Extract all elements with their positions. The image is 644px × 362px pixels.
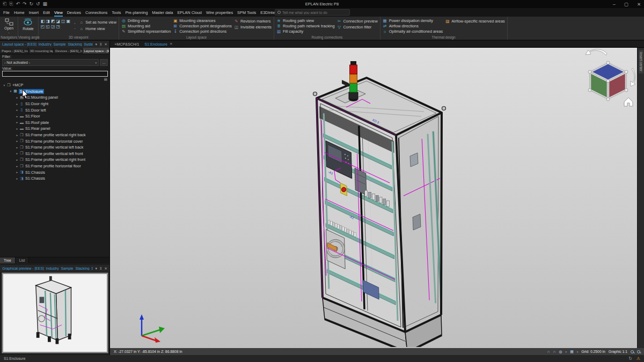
tree-item-door-left[interactable]: ▸ ▯ S1:Door left [0, 107, 109, 113]
panel-dropdown-icon[interactable]: ▾ [95, 267, 97, 271]
caret-expanded-icon[interactable]: ▾ [2, 84, 6, 87]
tab-pages[interactable]: Pages - [EES]_Ind... [0, 48, 28, 54]
3d-viewport[interactable]: XD 3 -A1 -X1 [110, 48, 644, 348]
rotate-button[interactable]: Rotate [20, 18, 36, 34]
value-input[interactable] [2, 71, 108, 77]
scroll-up-icon[interactable]: ⌃ [74, 23, 76, 26]
panel-pin-icon[interactable]: ⊼ [99, 267, 102, 271]
caret-collapsed-icon[interactable]: ▸ [15, 177, 19, 180]
filter-browse-button[interactable]: ... [100, 59, 108, 66]
insert-center-tab[interactable]: Insert center [639, 50, 643, 73]
caret-expanded-icon[interactable]: ▾ [9, 90, 13, 93]
snap-icon[interactable]: ∩ [547, 350, 550, 353]
tree-item-chassis[interactable]: ▸ ◨ S1:Chassis [0, 175, 109, 182]
panel-close-icon[interactable]: ✕ [104, 267, 107, 271]
caret-collapsed-icon[interactable]: ▸ [15, 108, 19, 112]
caret-collapsed-icon[interactable]: ▸ [15, 121, 19, 124]
tree-item-floor[interactable]: ▸ ▬ S1:Floor [0, 113, 109, 120]
search-input[interactable] [282, 11, 347, 14]
tree-toolbar-icon[interactable]: ▤ [104, 77, 107, 82]
menu-pre-planning[interactable]: Pre-planning [123, 8, 150, 17]
tree-item-mounting-panel[interactable]: ▸ ▤ S1:Mounting panel [0, 94, 109, 101]
revision-markers-button[interactable]: ✎ Revision markers [234, 18, 272, 24]
caret-collapsed-icon[interactable]: ▸ [15, 152, 19, 155]
viewpoint-icon-8[interactable]: ◱ [46, 24, 50, 29]
graphical-preview-header[interactable]: Graphical preview - [EES]_Industry_Sampl… [0, 265, 109, 272]
caret-collapsed-icon[interactable]: ▸ [15, 102, 19, 106]
viewpoint-icon-5[interactable]: ◫ [61, 19, 65, 24]
viewpoint-icon-2[interactable]: ◨ [46, 19, 50, 24]
object-snap-icon[interactable]: ∩ [553, 350, 555, 353]
viewpoint-icon-9[interactable]: ◲ [51, 24, 55, 29]
menu-file[interactable]: File [1, 8, 12, 17]
caret-collapsed-icon[interactable]: ▸ [15, 139, 19, 143]
zoom-window-icon[interactable] [637, 350, 640, 353]
fill-capacity-button[interactable]: ▥ Fill capacity [276, 29, 335, 34]
rotate-vertical-arrow-icon[interactable] [631, 68, 635, 86]
menu-view[interactable]: View [52, 8, 65, 17]
menu-devices[interactable]: Devices [65, 8, 83, 17]
panel-close-icon[interactable]: ✕ [104, 42, 107, 47]
rotate-left-arrow-icon[interactable] [586, 49, 607, 55]
grid-size-value[interactable]: Grid: 0.2500 in [581, 350, 605, 353]
graphic-scale-value[interactable]: Graphic 1:1 [609, 350, 627, 353]
tab-tree[interactable]: Tree [0, 257, 16, 263]
close-button[interactable]: ✕ [637, 2, 641, 7]
connection-filter-button[interactable]: ▽ Connection filter [337, 24, 378, 29]
set-as-home-view-button[interactable]: ⌂ Set as home view [79, 19, 116, 25]
menu-spm-tools[interactable]: SPM Tools [235, 8, 258, 17]
optimally-air-conditioned-areas-button[interactable]: ☼ Optimally air-conditioned areas [383, 29, 443, 34]
grid-icon[interactable]: ▦ [570, 350, 574, 354]
maximize-button[interactable]: ▢ [624, 2, 628, 7]
tree-item-chassis[interactable]: ▸ ◨ S1:Chassis [0, 169, 109, 175]
home-view-icon[interactable] [624, 98, 633, 106]
menu-eplan-cloud[interactable]: EPLAN Cloud [175, 8, 204, 17]
caret-collapsed-icon[interactable]: ▸ [15, 115, 19, 118]
caret-collapsed-icon[interactable]: ▸ [15, 158, 19, 161]
coordinate-system-icon[interactable]: ◍ [559, 350, 562, 354]
coordinate-system-caret-icon[interactable]: ▾ [566, 350, 567, 353]
grid-caret-icon[interactable]: ▾ [577, 350, 579, 353]
filter-dropdown[interactable]: - Not activated - ▾ [2, 59, 99, 66]
refresh-icon[interactable]: ↻ [628, 356, 632, 361]
mounting-aid-button[interactable]: ▤ Mounting aid [121, 24, 171, 28]
tree-item-frame-profile[interactable]: ▸ ❒ S1:Frame profile vertical left front [0, 151, 109, 157]
tab-layout-space[interactable]: Layout space - [E... [83, 48, 109, 54]
menu-connections[interactable]: Connections [83, 8, 109, 17]
layout-panel-header[interactable]: Layout space - [EES]_Industry_Sample_Sta… [0, 41, 109, 48]
caret-collapsed-icon[interactable]: ▸ [15, 134, 19, 137]
menu-edit[interactable]: Edit [41, 8, 52, 17]
mounting-clearances-button[interactable]: ▣ Mounting clearances [173, 18, 232, 23]
viewpoint-icon-10[interactable]: ◳ [56, 24, 60, 29]
viewpoint-icon-6[interactable]: ▣ [67, 19, 71, 24]
tab-list[interactable]: List [16, 257, 30, 263]
connection-point-designations-button[interactable]: ⊞ Connection point designations [173, 24, 232, 28]
menu-wire-properties[interactable]: Wire properties [204, 8, 235, 17]
caret-collapsed-icon[interactable]: ▸ [15, 165, 19, 168]
tab-layout-space-group[interactable]: +MCP&SCH/1 [114, 42, 139, 47]
zoom-in-icon[interactable] [631, 350, 634, 353]
viewpoint-icon-7[interactable]: ◰ [41, 24, 45, 29]
drilling-view-button[interactable]: ◎ Drilling view [121, 18, 171, 23]
viewpoint-icon-3[interactable]: ◩ [51, 19, 55, 24]
viewpoint-icon-1[interactable]: ◧ [41, 19, 45, 24]
caret-collapsed-icon[interactable]: ▸ [15, 96, 19, 99]
enclosure-3d-model[interactable]: XD 3 -A1 -X1 [298, 56, 475, 347]
navigation-cube[interactable] [581, 49, 637, 108]
invisible-elements-button[interactable]: ◫ Invisible elements [234, 24, 272, 29]
menu-insert[interactable]: Insert [27, 8, 41, 17]
home-view-button[interactable]: ⌂ Home view [79, 26, 116, 31]
tree-item-frame-profile[interactable]: ▸ ❒ S1:Frame profile horizontal cover [0, 138, 109, 144]
routing-path-network-tracking-button[interactable]: ≣ Routing path network tracking [276, 24, 335, 28]
caret-collapsed-icon[interactable]: ▸ [15, 127, 19, 130]
simplified-representation-button[interactable]: ✎ Simplified representation [121, 29, 171, 34]
scroll-down-icon[interactable]: ⌄ [74, 26, 76, 29]
tree-item-door-right[interactable]: ▸ ▯ S1:Door right [0, 101, 109, 107]
tree-item-rear-panel[interactable]: ▸ ▬ S1:Rear panel [0, 125, 109, 132]
airflow-directions-button[interactable]: ⇄ Airflow directions [383, 24, 443, 28]
menu-master-data[interactable]: Master data [150, 8, 175, 17]
tree-item-frame-profile[interactable]: ▸ ❒ S1:Frame profile vertical right back [0, 132, 109, 138]
viewpoint-icon-4[interactable]: ◪ [56, 19, 60, 24]
routing-path-view-button[interactable]: ≋ Routing path view [276, 18, 335, 23]
menu-home[interactable]: Home [12, 8, 27, 17]
